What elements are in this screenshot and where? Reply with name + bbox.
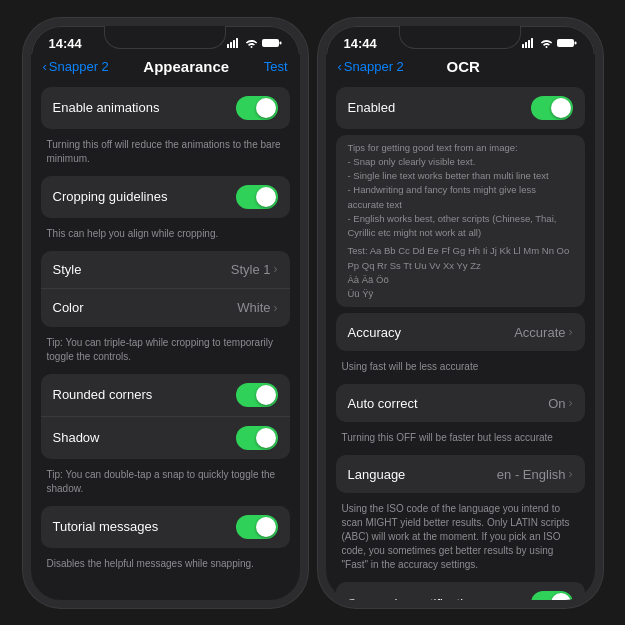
back-button-1[interactable]: ‹ Snapper 2 bbox=[43, 59, 109, 74]
battery-icon-2 bbox=[557, 38, 577, 50]
phone-ocr: 14:44 ‹ Snapper 2 OCR bbox=[318, 18, 603, 608]
cropping-guidelines-toggle[interactable] bbox=[236, 185, 278, 209]
animations-hint: Turning this off will reduce the animati… bbox=[31, 135, 300, 170]
cropping-guidelines-label: Cropping guidelines bbox=[53, 189, 168, 204]
rounded-corners-label: Rounded corners bbox=[53, 387, 153, 402]
enabled-label: Enabled bbox=[348, 100, 396, 115]
rounded-corners-toggle[interactable] bbox=[236, 383, 278, 407]
content-2: Enabled Tips for getting good text from … bbox=[326, 81, 595, 600]
row-language[interactable]: Language en - English › bbox=[336, 455, 585, 493]
battery-icon bbox=[262, 38, 282, 50]
language-hint: Using the ISO code of the language you i… bbox=[326, 499, 595, 576]
accuracy-chevron-icon: › bbox=[569, 325, 573, 339]
svg-rect-4 bbox=[262, 39, 279, 47]
accuracy-value: Accurate › bbox=[514, 325, 572, 340]
tip-3: - Handwriting and fancy fonts might give… bbox=[348, 183, 573, 212]
shadow-label: Shadow bbox=[53, 430, 100, 445]
row-shadow[interactable]: Shadow bbox=[41, 417, 290, 459]
chevron-left-icon-2: ‹ bbox=[338, 59, 342, 74]
autocorrect-value: On › bbox=[548, 396, 572, 411]
row-color[interactable]: Color White › bbox=[41, 289, 290, 327]
signal-icon bbox=[227, 38, 241, 50]
section-animations: Enable animations bbox=[41, 87, 290, 129]
nav-bar-1: ‹ Snapper 2 Appearance Test bbox=[31, 54, 300, 81]
tutorial-messages-toggle[interactable] bbox=[236, 515, 278, 539]
section-corners-shadow: Rounded corners Shadow bbox=[41, 374, 290, 459]
svg-rect-9 bbox=[531, 38, 533, 48]
svg-rect-10 bbox=[557, 39, 574, 47]
back-button-2[interactable]: ‹ Snapper 2 bbox=[338, 59, 404, 74]
language-value: en - English › bbox=[497, 467, 573, 482]
svg-rect-6 bbox=[522, 44, 524, 48]
page-title-2: OCR bbox=[447, 58, 480, 75]
row-autocorrect[interactable]: Auto correct On › bbox=[336, 384, 585, 422]
processing-notification-label: Processing notification bbox=[348, 596, 478, 600]
section-cropping: Cropping guidelines bbox=[41, 176, 290, 218]
row-accuracy[interactable]: Accuracy Accurate › bbox=[336, 313, 585, 351]
ocr-tips-section: Tips for getting good text from an image… bbox=[336, 135, 585, 308]
test-button[interactable]: Test bbox=[264, 59, 288, 74]
accuracy-hint: Using fast will be less accurate bbox=[326, 357, 595, 378]
enabled-toggle[interactable] bbox=[531, 96, 573, 120]
phone-appearance: 14:44 ‹ Snapper 2 Appearance Test bbox=[23, 18, 308, 608]
svg-rect-3 bbox=[236, 38, 238, 48]
time-display-1: 14:44 bbox=[49, 36, 82, 51]
status-icons-1 bbox=[227, 38, 282, 50]
signal-icon-2 bbox=[522, 38, 536, 50]
section-tutorial: Tutorial messages bbox=[41, 506, 290, 548]
svg-rect-7 bbox=[525, 42, 527, 48]
style-color-hint: Tip: You can triple-tap while cropping t… bbox=[31, 333, 300, 368]
row-enable-animations[interactable]: Enable animations bbox=[41, 87, 290, 129]
cropping-hint: This can help you align while cropping. bbox=[31, 224, 300, 245]
ocr-sample-text: Test: Aa Bb Cc Dd Ee Ff Gg Hh Ii Jj Kk L… bbox=[348, 244, 573, 301]
autocorrect-hint: Turning this OFF will be faster but less… bbox=[326, 428, 595, 449]
svg-rect-1 bbox=[230, 42, 232, 48]
row-rounded-corners[interactable]: Rounded corners bbox=[41, 374, 290, 417]
page-title-1: Appearance bbox=[143, 58, 229, 75]
style-chevron-icon: › bbox=[274, 262, 278, 276]
row-enabled[interactable]: Enabled bbox=[336, 87, 585, 129]
autocorrect-chevron-icon: › bbox=[569, 396, 573, 410]
tutorial-hint: Disables the helpful messages while snap… bbox=[31, 554, 300, 575]
row-processing-notification[interactable]: Processing notification bbox=[336, 582, 585, 599]
autocorrect-label: Auto correct bbox=[348, 396, 418, 411]
enable-animations-label: Enable animations bbox=[53, 100, 160, 115]
row-cropping-guidelines[interactable]: Cropping guidelines bbox=[41, 176, 290, 218]
processing-notification-toggle[interactable] bbox=[531, 591, 573, 599]
section-accuracy: Accuracy Accurate › bbox=[336, 313, 585, 351]
style-label: Style bbox=[53, 262, 82, 277]
section-language: Language en - English › bbox=[336, 455, 585, 493]
row-tutorial-messages[interactable]: Tutorial messages bbox=[41, 506, 290, 548]
chevron-left-icon: ‹ bbox=[43, 59, 47, 74]
color-label: Color bbox=[53, 300, 84, 315]
time-display-2: 14:44 bbox=[344, 36, 377, 51]
section-enabled: Enabled bbox=[336, 87, 585, 129]
tips-title: Tips for getting good text from an image… bbox=[348, 141, 573, 155]
shadow-hint: Tip: You can double-tap a snap to quickl… bbox=[31, 465, 300, 500]
status-bar-2: 14:44 bbox=[326, 26, 595, 54]
status-bar-1: 14:44 bbox=[31, 26, 300, 54]
svg-rect-8 bbox=[528, 40, 530, 48]
enable-animations-toggle[interactable] bbox=[236, 96, 278, 120]
nav-bar-2: ‹ Snapper 2 OCR bbox=[326, 54, 595, 81]
accuracy-label: Accuracy bbox=[348, 325, 401, 340]
svg-rect-5 bbox=[279, 41, 281, 44]
row-style[interactable]: Style Style 1 › bbox=[41, 251, 290, 289]
language-chevron-icon: › bbox=[569, 467, 573, 481]
section-processing: Processing notification bbox=[336, 582, 585, 599]
wifi-icon-2 bbox=[540, 38, 553, 50]
tutorial-messages-label: Tutorial messages bbox=[53, 519, 159, 534]
tip-4: - English works best, other scripts (Chi… bbox=[348, 212, 573, 241]
svg-rect-2 bbox=[233, 40, 235, 48]
status-icons-2 bbox=[522, 38, 577, 50]
style-value: Style 1 › bbox=[231, 262, 278, 277]
svg-rect-0 bbox=[227, 44, 229, 48]
shadow-toggle[interactable] bbox=[236, 426, 278, 450]
color-chevron-icon: › bbox=[274, 301, 278, 315]
svg-rect-11 bbox=[574, 41, 576, 44]
tip-2: - Single line text works better than mul… bbox=[348, 169, 573, 183]
section-style-color: Style Style 1 › Color White › bbox=[41, 251, 290, 327]
wifi-icon bbox=[245, 38, 258, 50]
color-value: White › bbox=[237, 300, 277, 315]
content-1: Enable animations Turning this off will … bbox=[31, 81, 300, 600]
